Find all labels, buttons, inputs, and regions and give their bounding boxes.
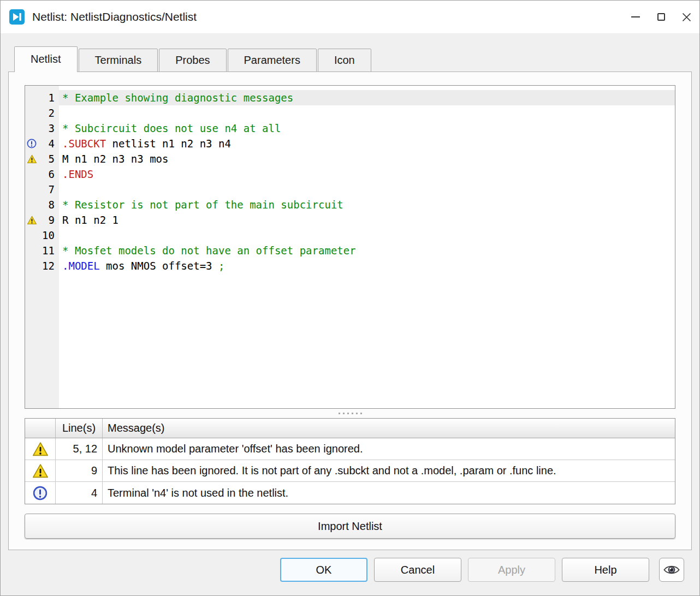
gutter-spacer — [25, 121, 38, 136]
minimize-icon — [631, 16, 640, 17]
tab-netlist[interactable]: Netlist — [14, 46, 78, 72]
tab-bar: Netlist Terminals Probes Parameters Icon — [8, 46, 692, 72]
code-line[interactable]: 3* Subcircuit does not use n4 at all — [25, 121, 675, 136]
gutter-spacer — [25, 243, 38, 258]
maximize-button[interactable] — [648, 1, 674, 33]
gutter-warning-icon — [25, 151, 38, 166]
gutter-spacer — [25, 197, 38, 212]
netlist-editor[interactable]: 1* Example showing diagnostic messages23… — [25, 85, 675, 409]
line-number: 3 — [38, 122, 59, 134]
warning-icon — [33, 442, 48, 457]
line-number: 5 — [38, 153, 59, 165]
splitter-dot — [339, 413, 340, 414]
code-line[interactable]: 12.MODEL mos NMOS offset=3 ; — [25, 258, 675, 273]
line-number: 7 — [38, 183, 59, 195]
code-text: .ENDS — [59, 166, 675, 182]
splitter-dot — [360, 413, 362, 414]
code-line[interactable]: 6.ENDS — [25, 166, 675, 182]
code-line[interactable]: 8* Resistor is not part of the main subc… — [25, 197, 675, 212]
cancel-button[interactable]: Cancel — [374, 558, 461, 582]
tab-parameters[interactable]: Parameters — [228, 49, 317, 72]
code-line[interactable]: 11* Mosfet models do not have an offset … — [25, 243, 675, 258]
gutter-warning-icon — [25, 212, 38, 228]
apply-button[interactable]: Apply — [468, 558, 555, 582]
splitter-handle[interactable] — [9, 409, 691, 418]
code-text: * Example showing diagnostic messages — [59, 90, 675, 105]
code-line[interactable]: 4.SUBCKT netlist n1 n2 n3 n4 — [25, 136, 675, 151]
code-text — [59, 105, 675, 121]
window-title: Netlist: NetlistDiagnostics/Netlist — [32, 10, 197, 23]
code-line[interactable]: 10 — [25, 228, 675, 243]
splitter-dot — [347, 413, 349, 414]
gutter-spacer — [25, 258, 38, 273]
diagnostic-row[interactable]: 5, 12Unknown model parameter 'offset' ha… — [25, 438, 675, 460]
warning-icon — [33, 463, 48, 479]
info-icon — [33, 486, 48, 500]
table-header-row: Line(s) Message(s) — [25, 419, 675, 438]
warning-icon — [27, 216, 37, 225]
row-message: Terminal 'n4' is not used in the netlist… — [103, 482, 675, 504]
diagnostics-table: Line(s) Message(s) 5, 12Unknown model pa… — [25, 418, 675, 504]
app-icon — [9, 9, 25, 25]
tab-terminals[interactable]: Terminals — [79, 49, 158, 72]
gutter-spacer — [25, 105, 38, 121]
tab-label: Icon — [334, 54, 355, 67]
code-text: * Mosfet models do not have an offset pa… — [59, 243, 675, 258]
line-number: 6 — [38, 168, 59, 180]
row-line-numbers: 4 — [56, 482, 103, 504]
gutter-spacer — [25, 90, 38, 105]
code-line[interactable]: 7 — [25, 182, 675, 197]
code-line[interactable]: 1* Example showing diagnostic messages — [25, 90, 675, 105]
preview-eye-button[interactable] — [659, 558, 684, 582]
table-body: 5, 12Unknown model parameter 'offset' ha… — [25, 438, 675, 504]
line-number: 1 — [38, 92, 59, 104]
code-line[interactable]: 9R n1 n2 1 — [25, 212, 675, 228]
code-line[interactable]: 5M n1 n2 n3 n3 mos — [25, 151, 675, 166]
gutter-spacer — [25, 166, 38, 182]
minimize-button[interactable] — [622, 1, 648, 33]
code-text — [59, 182, 675, 197]
title-bar: Netlist: NetlistDiagnostics/Netlist — [1, 1, 699, 33]
splitter-dot — [352, 413, 353, 414]
tab-icon[interactable]: Icon — [318, 49, 371, 72]
tab-probes[interactable]: Probes — [159, 49, 226, 72]
header-icon-column — [25, 419, 56, 438]
splitter-dot — [343, 413, 345, 414]
import-netlist-button[interactable]: Import Netlist — [25, 514, 675, 539]
splitter-dot — [356, 413, 358, 414]
tab-label: Probes — [175, 54, 210, 67]
code-text: * Resistor is not part of the main subci… — [59, 197, 675, 212]
tab-label: Parameters — [244, 54, 300, 67]
info-icon — [27, 139, 37, 148]
code-text: .SUBCKT netlist n1 n2 n3 n4 — [59, 136, 675, 151]
code-line[interactable]: 2 — [25, 105, 675, 121]
diagnostic-row[interactable]: 9This line has been ignored. It is not p… — [25, 460, 675, 482]
help-button[interactable]: Help — [562, 558, 649, 582]
gutter-spacer — [25, 182, 38, 197]
code-text: * Subcircuit does not use n4 at all — [59, 121, 675, 136]
maximize-icon — [657, 13, 665, 21]
warning-icon — [27, 154, 37, 164]
gutter-spacer — [25, 228, 38, 243]
line-number: 4 — [38, 138, 59, 150]
tab-label: Terminals — [95, 54, 142, 67]
gutter-info-icon — [25, 136, 38, 151]
row-line-numbers: 5, 12 — [56, 438, 103, 460]
line-number: 9 — [38, 214, 59, 226]
close-icon — [682, 13, 691, 22]
line-number: 8 — [38, 199, 59, 211]
line-number: 10 — [38, 229, 59, 241]
eye-icon — [663, 563, 680, 576]
header-lines-column: Line(s) — [56, 419, 103, 438]
row-warning-icon — [25, 438, 56, 460]
footer-button-row: OK Cancel Apply Help — [16, 558, 684, 582]
diagnostic-row[interactable]: 4Terminal 'n4' is not used in the netlis… — [25, 482, 675, 504]
ok-button[interactable]: OK — [280, 558, 367, 582]
tab-page-netlist: 1* Example showing diagnostic messages23… — [8, 71, 692, 550]
close-button[interactable] — [674, 1, 699, 33]
row-info-icon — [25, 482, 56, 504]
window-controls — [622, 1, 699, 33]
row-message: This line has been ignored. It is not pa… — [103, 460, 675, 481]
code-text — [59, 228, 675, 243]
code-text: R n1 n2 1 — [59, 212, 675, 228]
